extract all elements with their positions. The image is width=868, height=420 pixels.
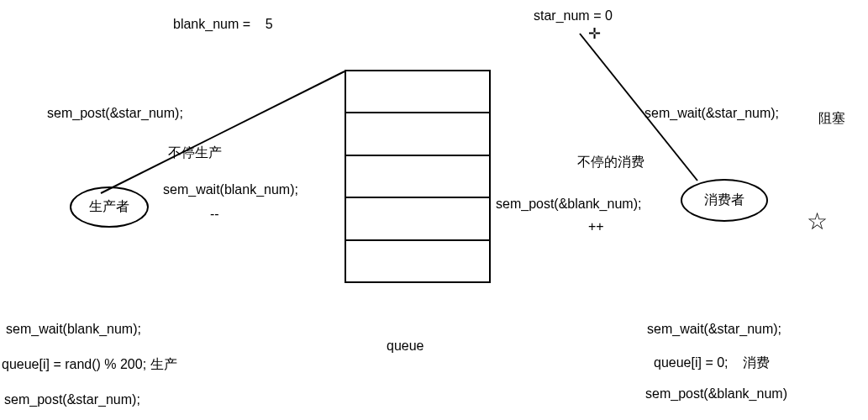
queue-box [345, 70, 491, 283]
consumer-ellipse-label: 消费者 [704, 192, 744, 209]
consumer-continuous: 不停的消费 [577, 154, 644, 171]
star-icon: ☆ [807, 210, 828, 234]
star-num-label: star_num = 0 [534, 8, 613, 24]
consumer-code-line1: sem_wait(&star_num); [647, 322, 781, 337]
queue-cell [346, 156, 489, 198]
consumer-sem-wait: sem_wait(&star_num); [644, 106, 779, 121]
producer-code-line2: queue[i] = rand() % 200; 生产 [2, 356, 177, 374]
consumer-blocked: 阻塞 [818, 110, 845, 128]
producer-ellipse-label: 生产者 [89, 198, 129, 216]
queue-cell [346, 71, 489, 113]
producer-ellipse: 生产者 [70, 186, 149, 228]
queue-cell [346, 113, 489, 155]
queue-cell [346, 241, 489, 281]
consumer-code-line3: sem_post(&blank_num) [645, 386, 787, 402]
blank-num-text: blank_num = [173, 17, 250, 31]
producer-code-line3: sem_post(&star_num); [4, 392, 140, 407]
blank-num-label: blank_num = 5 [173, 17, 273, 32]
producer-continuous: 不停生产 [168, 144, 222, 162]
consumer-code-line2: queue[i] = 0; 消费 [654, 354, 770, 372]
producer-sem-post: sem_post(&star_num); [47, 106, 183, 121]
crosshair-icon: ✛ [588, 26, 601, 41]
consumer-code-line2b: 消费 [743, 355, 770, 370]
producer-code-line1: sem_wait(blank_num); [6, 322, 141, 337]
blank-num-value: 5 [266, 17, 273, 31]
consumer-increment: ++ [588, 219, 604, 234]
consumer-code-line2a: queue[i] = 0; [654, 355, 729, 370]
producer-sem-wait: sem_wait(blank_num); [163, 182, 298, 197]
consumer-ellipse: 消费者 [681, 179, 768, 222]
producer-decrement: -- [210, 207, 219, 222]
svg-line-0 [101, 71, 345, 193]
consumer-sem-post: sem_post(&blank_num); [496, 197, 641, 212]
queue-cell [346, 198, 489, 240]
queue-label: queue [387, 339, 424, 354]
